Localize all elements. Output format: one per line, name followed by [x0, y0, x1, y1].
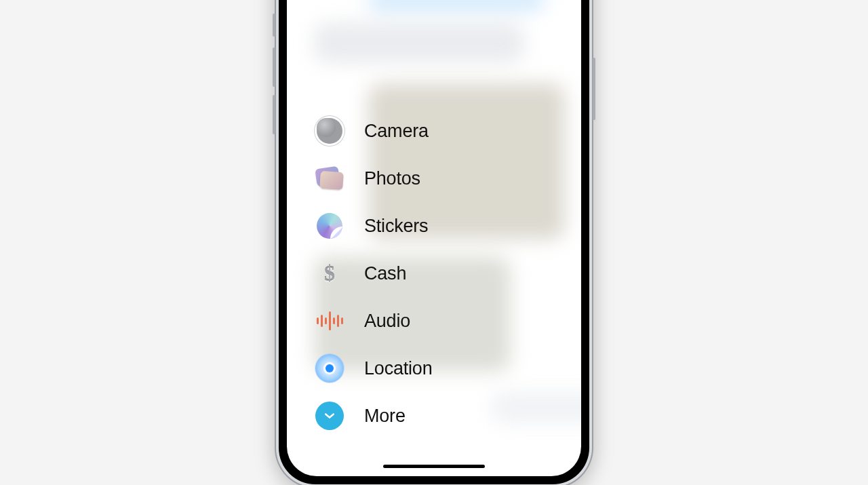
cash-icon: $: [315, 259, 344, 288]
device-frame: Camera Photos Stickers: [275, 0, 593, 485]
menu-item-audio[interactable]: Audio: [310, 297, 558, 345]
menu-item-label: Location: [364, 358, 432, 379]
attachment-menu: Camera Photos Stickers: [310, 107, 558, 440]
menu-item-photos[interactable]: Photos: [310, 155, 558, 202]
photos-icon: [315, 164, 344, 193]
menu-item-location[interactable]: Location: [310, 345, 558, 392]
menu-item-label: Camera: [364, 121, 429, 142]
menu-item-more[interactable]: More: [310, 392, 558, 440]
audio-icon: [315, 307, 344, 335]
menu-item-cash[interactable]: $ Cash: [310, 250, 558, 297]
stage: Camera Photos Stickers: [0, 0, 868, 485]
device-screen: Camera Photos Stickers: [287, 0, 581, 476]
mute-switch: [273, 14, 275, 37]
camera-icon: [315, 117, 344, 145]
menu-item-label: Cash: [364, 263, 406, 284]
side-button: [593, 58, 595, 120]
location-icon: [315, 354, 344, 383]
volume-down-button: [273, 95, 275, 134]
menu-item-stickers[interactable]: Stickers: [310, 202, 558, 250]
stickers-icon: [315, 212, 344, 240]
home-indicator[interactable]: [383, 465, 485, 468]
menu-item-label: Audio: [364, 311, 410, 332]
menu-item-camera[interactable]: Camera: [310, 107, 558, 155]
menu-item-label: More: [364, 406, 406, 427]
volume-up-button: [273, 47, 275, 87]
menu-item-label: Stickers: [364, 216, 428, 237]
chevron-down-icon: [323, 409, 336, 423]
more-icon: [315, 402, 344, 430]
menu-item-label: Photos: [364, 168, 420, 189]
